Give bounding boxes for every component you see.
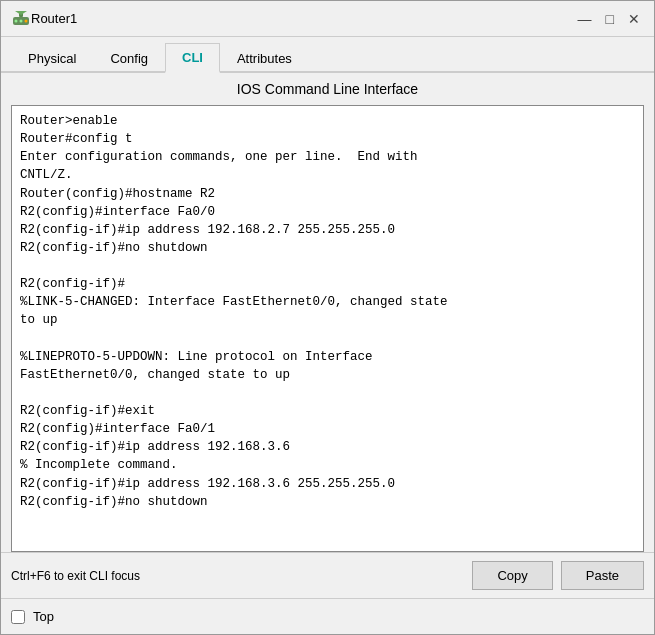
window-title: Router1 (31, 11, 574, 26)
cli-output[interactable]: Router>enable Router#config t Enter conf… (12, 106, 643, 551)
top-checkbox[interactable] (11, 610, 25, 624)
bottom-bar: Ctrl+F6 to exit CLI focus Copy Paste (1, 552, 654, 598)
title-bar: Router1 — □ ✕ (1, 1, 654, 37)
tab-bar: Physical Config CLI Attributes (1, 37, 654, 73)
svg-marker-5 (15, 11, 27, 15)
svg-point-2 (20, 19, 23, 22)
window-controls: — □ ✕ (574, 12, 644, 26)
footer-bar: Top (1, 598, 654, 634)
top-label: Top (33, 609, 54, 624)
minimize-button[interactable]: — (574, 12, 596, 26)
app-icon (11, 9, 31, 29)
close-button[interactable]: ✕ (624, 12, 644, 26)
tab-physical[interactable]: Physical (11, 44, 93, 73)
main-window: Router1 — □ ✕ Physical Config CLI Attrib… (0, 0, 655, 635)
tab-config[interactable]: Config (93, 44, 165, 73)
tab-attributes[interactable]: Attributes (220, 44, 309, 73)
copy-button[interactable]: Copy (472, 561, 552, 590)
cli-container[interactable]: Router>enable Router#config t Enter conf… (11, 105, 644, 552)
section-header: IOS Command Line Interface (1, 73, 654, 105)
maximize-button[interactable]: □ (602, 12, 618, 26)
svg-point-3 (25, 19, 28, 22)
paste-button[interactable]: Paste (561, 561, 644, 590)
svg-point-1 (15, 19, 18, 22)
tab-cli[interactable]: CLI (165, 43, 220, 73)
cli-hint: Ctrl+F6 to exit CLI focus (11, 569, 464, 583)
